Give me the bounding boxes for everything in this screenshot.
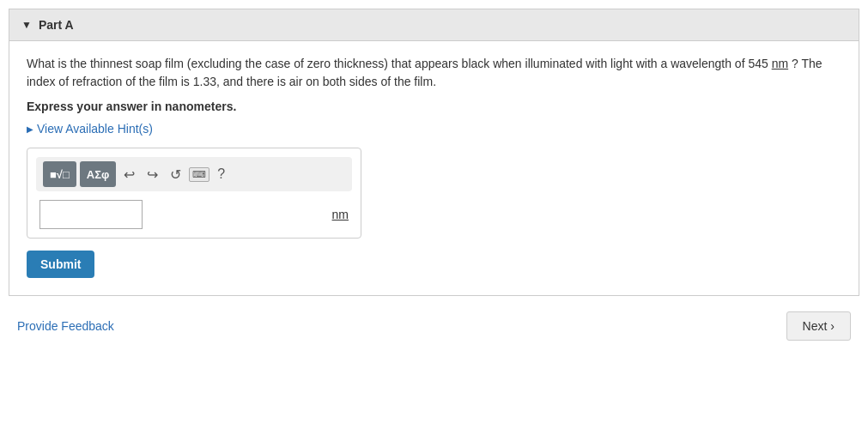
help-button[interactable]: ? <box>213 161 229 187</box>
view-hints-link[interactable]: ▶ View Available Hint(s) <box>27 122 841 136</box>
submit-button[interactable]: Submit <box>27 251 94 278</box>
next-arrow-icon: › <box>830 319 835 333</box>
part-header: ▼ Part A <box>9 9 859 41</box>
unit-label: nm <box>332 208 349 221</box>
undo-button[interactable]: ↩ <box>119 161 139 187</box>
refresh-button[interactable]: ↺ <box>166 161 185 187</box>
math-symbols-button[interactable]: ■√□ <box>43 161 76 187</box>
answer-row: nm <box>36 200 352 229</box>
greek-symbols-button[interactable]: ΑΣφ <box>80 161 117 187</box>
part-body: What is the thinnest soap film (excludin… <box>9 41 859 296</box>
part-title: Part A <box>39 18 74 32</box>
question-text-before: What is the thinnest soap film (excludin… <box>27 57 772 70</box>
collapse-arrow[interactable]: ▼ <box>21 19 32 31</box>
answer-input[interactable] <box>39 200 143 229</box>
next-button[interactable]: Next › <box>786 311 851 341</box>
footer-bar: Provide Feedback Next › <box>9 296 859 349</box>
next-label: Next <box>803 319 828 333</box>
express-answer-label: Express your answer in nanometers. <box>27 100 841 113</box>
provide-feedback-link[interactable]: Provide Feedback <box>17 319 114 333</box>
wavelength-unit: nm <box>772 57 788 70</box>
hint-link-label: View Available Hint(s) <box>37 122 153 136</box>
hint-arrow-icon: ▶ <box>27 124 33 134</box>
question-text: What is the thinnest soap film (excludin… <box>27 55 841 91</box>
redo-button[interactable]: ↪ <box>143 161 162 187</box>
page-wrapper: ▼ Part A What is the thinnest soap film … <box>0 0 868 358</box>
math-input-container: ■√□ ΑΣφ ↩ ↪ ↺ ⌨ ? nm <box>27 148 361 239</box>
keyboard-icon: ⌨ <box>189 167 209 182</box>
math-toolbar: ■√□ ΑΣφ ↩ ↪ ↺ ⌨ ? <box>36 157 352 191</box>
